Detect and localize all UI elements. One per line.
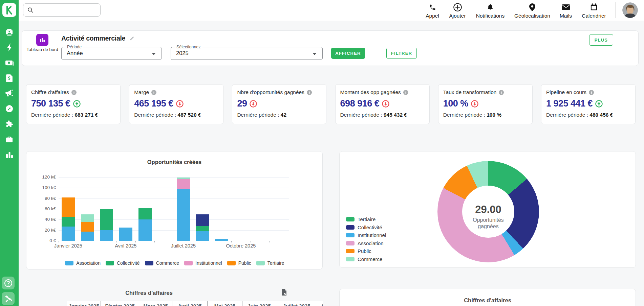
x-axis-label: Octobre 2025 <box>217 243 264 249</box>
y-axis-tick: 80 k€ <box>36 196 56 201</box>
sidebar-item-activity[interactable] <box>0 41 19 54</box>
bar-segment-tertiaire[interactable] <box>81 214 94 222</box>
year-select[interactable]: Sélectionnez 2025 <box>171 47 323 60</box>
legend-swatch <box>346 217 355 221</box>
filtrer-button[interactable]: FILTRER <box>386 48 417 59</box>
chevron-down-icon <box>152 53 156 55</box>
kpi-last-label: Dernière période : <box>134 112 177 118</box>
user-avatar[interactable] <box>622 2 638 18</box>
bar-segment-association[interactable] <box>215 239 228 241</box>
legend-swatch <box>227 261 236 265</box>
gridline <box>59 209 289 209</box>
search-box[interactable] <box>23 3 101 17</box>
legend-swatch <box>346 257 355 261</box>
logo-k-icon <box>5 6 14 15</box>
kpi-card-4: Taux de transformation100 %Dernière péri… <box>438 84 533 124</box>
bar-segment-collectivité[interactable] <box>62 217 75 227</box>
legend-item-public[interactable]: Public <box>227 260 251 266</box>
kpi-value: 29 <box>237 98 247 109</box>
plus-button[interactable]: PLUS <box>589 34 613 46</box>
bar-segment-tertiaire[interactable] <box>177 178 190 179</box>
app-logo[interactable] <box>2 3 16 17</box>
topbar-action-notifications[interactable]: Notifications <box>468 2 512 20</box>
legend-swatch <box>346 225 355 230</box>
year-select-value: 2025 <box>176 50 189 56</box>
contact-card-icon <box>5 28 13 36</box>
legend-item-institutionnel[interactable]: Institutionnel <box>346 233 386 237</box>
periode-select-label: Période <box>65 45 83 49</box>
lightning-icon <box>6 43 13 51</box>
stats-icon <box>6 151 13 158</box>
bar-segment-association[interactable] <box>62 227 75 241</box>
edit-title-button[interactable] <box>129 36 135 41</box>
kpi-last-value: 100 % <box>487 112 501 118</box>
sidebar-item-tools[interactable] <box>2 292 15 305</box>
sidebar-item-statistics[interactable] <box>0 148 19 161</box>
bar-segment-association[interactable] <box>100 230 113 241</box>
bar-segment-collectivité[interactable] <box>196 226 209 231</box>
x-axis-tick-mark <box>270 241 270 242</box>
periode-select[interactable]: Période Année <box>61 47 162 60</box>
bar-segment-association[interactable] <box>196 231 209 241</box>
avatar-photo <box>622 2 638 18</box>
x-axis-tick-mark <box>116 241 116 242</box>
y-axis-tick: 20 k€ <box>36 228 56 233</box>
kpi-last-value: 945 432 € <box>384 112 407 118</box>
bar-segment-public[interactable] <box>81 222 94 232</box>
legend-label: Association <box>76 260 101 266</box>
y-axis-tick: 40 k€ <box>36 217 56 222</box>
sidebar-item-marketing[interactable] <box>0 87 19 100</box>
kpi-title: Taux de transformation <box>443 89 497 95</box>
bar-segment-association[interactable] <box>138 219 152 241</box>
bar-segment-association[interactable] <box>81 232 94 241</box>
sidebar-item-projects[interactable] <box>0 133 19 146</box>
revenue-table-header-row: Janvier 2025Février 2025Mars 2025Avril 2… <box>67 301 323 306</box>
sidebar-item-payments[interactable] <box>0 56 19 70</box>
bar-segment-collectivité[interactable] <box>138 208 152 219</box>
table-column-header: Juin 2025 <box>242 301 276 306</box>
legend-item-collectivité[interactable]: Collectivité <box>346 225 386 230</box>
topbar-action-calendrier[interactable]: Calendrier <box>572 2 616 20</box>
table-column-header: Février 2025 <box>101 301 139 306</box>
topbar-action-label: Mails <box>560 13 572 19</box>
info-icon <box>403 90 408 95</box>
legend-item-commerce[interactable]: Commerce <box>346 257 386 261</box>
opportunities-donut-card: 29.00 Opportunitésgagnées TertiaireColle… <box>339 151 636 268</box>
revenue-chart-title: Chiffres d'affaires <box>340 297 636 304</box>
kpi-last-label: Dernière période : <box>31 112 74 118</box>
export-table-button[interactable] <box>281 289 287 297</box>
legend-item-collectivité[interactable]: Collectivité <box>106 260 140 266</box>
search-icon <box>27 7 33 13</box>
bar-segment-association[interactable] <box>119 228 132 241</box>
legend-item-institutionnel[interactable]: Institutionnel <box>184 260 222 266</box>
legend-item-tertiaire[interactable]: Tertiaire <box>256 260 284 266</box>
bar-segment-public[interactable] <box>62 197 75 217</box>
sidebar-item-invoices[interactable] <box>0 71 19 85</box>
x-axis-tick-mark <box>135 241 136 242</box>
sidebar-item-help[interactable] <box>2 277 15 289</box>
legend-swatch <box>256 261 265 265</box>
legend-swatch <box>346 241 355 245</box>
y-axis-tick: 60 k€ <box>36 206 56 211</box>
x-axis-tick-mark <box>59 241 59 242</box>
legend-item-commerce[interactable]: Commerce <box>145 260 179 266</box>
revenue-table: Janvier 2025Février 2025Mars 2025Avril 2… <box>67 301 323 306</box>
bar-segment-collectivité[interactable] <box>100 209 113 230</box>
afficher-button[interactable]: AFFICHER <box>331 48 365 59</box>
x-axis-tick-mark <box>289 241 289 242</box>
legend-item-public[interactable]: Public <box>346 249 386 253</box>
bar-segment-institutionnel[interactable] <box>177 179 190 189</box>
topbar-action-label: Calendrier <box>582 13 606 19</box>
plus-circle-icon <box>453 3 462 12</box>
file-export-icon <box>281 289 287 296</box>
legend-item-tertiaire[interactable]: Tertiaire <box>346 217 386 221</box>
sidebar-item-services[interactable] <box>0 102 19 115</box>
sidebar-item-contacts[interactable] <box>0 25 19 39</box>
x-axis-label: Janvier 2025 <box>44 243 92 249</box>
bar-segment-commerce[interactable] <box>196 214 209 226</box>
legend-item-association[interactable]: Association <box>346 241 386 245</box>
legend-item-association[interactable]: Association <box>65 260 101 266</box>
bar-segment-association[interactable] <box>177 189 190 241</box>
sidebar-item-integrations[interactable] <box>0 117 19 131</box>
search-input[interactable] <box>36 7 97 13</box>
